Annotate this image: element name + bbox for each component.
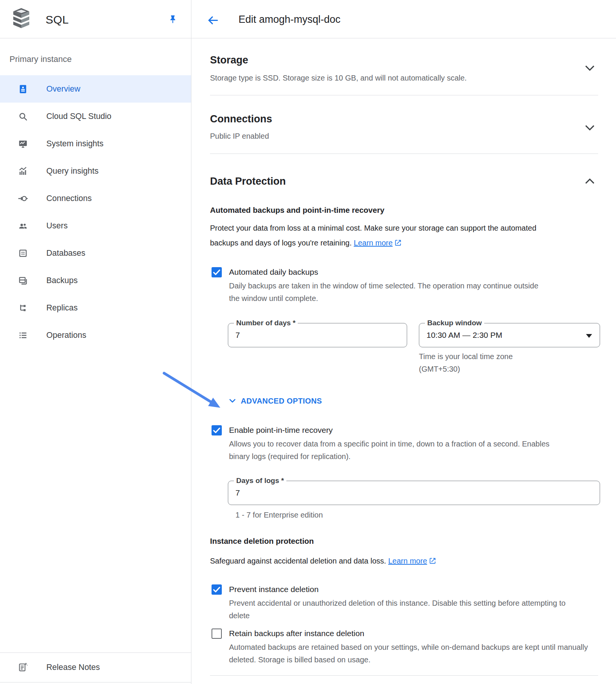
sidebar-item-label: Replicas	[46, 303, 77, 313]
sidebar-item-label: Connections	[46, 194, 92, 203]
retain-backups-label[interactable]: Retain backups after instance deletion	[229, 629, 364, 638]
overview-icon	[17, 84, 28, 94]
sidebar-item-replicas[interactable]: Replicas	[0, 294, 191, 321]
automated-backups-description: Protect your data from loss at a minimal…	[210, 221, 556, 252]
connections-section-description: Public IP enabled	[210, 132, 269, 141]
connection-plug-icon	[17, 193, 28, 204]
checkmark-icon	[212, 430, 222, 437]
learn-more-label: Learn more	[388, 557, 427, 565]
retain-backups-description: Automated backups are retained based on …	[229, 641, 605, 666]
chevron-down-icon	[584, 63, 596, 74]
sidebar-item-overview[interactable]: Overview	[0, 75, 191, 103]
data-protection-section-title: Data Protection	[210, 176, 286, 187]
back-arrow-icon[interactable]	[207, 14, 219, 27]
instance-deletion-description: Safeguard against accidental deletion an…	[210, 554, 590, 570]
sidebar-item-cloud-sql-studio[interactable]: Cloud SQL Studio	[0, 103, 191, 130]
sidebar-item-label: System insights	[46, 139, 104, 149]
point-in-time-recovery-checkbox[interactable]	[212, 425, 222, 435]
advanced-options-button[interactable]: ADVANCED OPTIONS	[228, 396, 322, 405]
number-of-days-field-value: 7	[235, 331, 240, 340]
sidebar-item-release-notes[interactable]: Release Notes	[0, 652, 191, 682]
days-of-logs-helper: 1 - 7 for Enterprise edition	[235, 511, 323, 519]
sidebar-item-connections[interactable]: Connections	[0, 185, 191, 212]
external-link-icon	[394, 237, 402, 252]
storage-expand-button[interactable]	[583, 63, 596, 74]
sidebar-item-label: Cloud SQL Studio	[46, 112, 111, 121]
release-notes-icon	[17, 662, 28, 673]
automated-backups-heading: Automated backups and point-in-time reco…	[210, 206, 384, 215]
sidebar-item-label: Operations	[46, 331, 86, 340]
backup-window-select-value: 10:30 AM — 2:30 PM	[426, 331, 502, 340]
sidebar-item-query-insights[interactable]: Query insights	[0, 157, 191, 185]
connections-section-title: Connections	[210, 113, 272, 125]
sidebar-bottom-divider	[0, 682, 191, 682]
database-grid-icon	[17, 248, 28, 258]
sidebar-item-label: Databases	[46, 249, 85, 258]
section-divider	[210, 95, 598, 95]
backup-window-select-label: Backup window	[425, 319, 484, 327]
sidebar-item-label: Backups	[46, 276, 77, 285]
sidebar-item-operations[interactable]: Operations	[0, 321, 191, 349]
sidebar-item-system-insights[interactable]: System insights	[0, 130, 191, 157]
connections-expand-button[interactable]	[583, 123, 596, 134]
point-in-time-recovery-label[interactable]: Enable point-in-time recovery	[229, 426, 333, 435]
days-of-logs-field[interactable]: Days of logs * 7	[228, 481, 600, 505]
chevron-up-icon	[584, 176, 596, 188]
bottom-divider	[210, 675, 598, 676]
sidebar-item-databases[interactable]: Databases	[0, 239, 191, 267]
days-of-logs-field-label: Days of logs *	[234, 477, 286, 485]
number-of-days-field-label: Number of days *	[234, 319, 298, 327]
sidebar-border	[191, 0, 191, 684]
cloud-sql-logo-icon	[13, 8, 30, 30]
days-of-logs-field-value: 7	[235, 488, 240, 497]
checkmark-icon	[212, 589, 222, 596]
automated-daily-backups-checkbox[interactable]	[212, 267, 222, 277]
prevent-instance-deletion-label[interactable]: Prevent instance deletion	[229, 585, 319, 594]
header-divider	[0, 38, 616, 38]
section-divider	[210, 154, 598, 154]
advanced-options-label: ADVANCED OPTIONS	[241, 397, 322, 405]
sidebar-item-users[interactable]: Users	[0, 212, 191, 239]
learn-more-label: Learn more	[354, 239, 393, 247]
app-title: SQL	[46, 13, 69, 26]
backup-window-select[interactable]: Backup window 10:30 AM — 2:30 PM	[419, 323, 600, 347]
sidebar-item-backups[interactable]: Backups	[0, 267, 191, 294]
replicas-tree-icon	[17, 302, 28, 313]
prevent-instance-deletion-description: Prevent accidental or unauthorized delet…	[229, 597, 575, 622]
retain-backups-checkbox[interactable]	[212, 629, 222, 639]
sidebar-item-label: Query insights	[46, 166, 98, 176]
pin-icon[interactable]	[167, 14, 178, 25]
description-text: Safeguard against accidental deletion an…	[210, 557, 386, 565]
sidebar-item-label: Users	[46, 221, 68, 231]
sidebar-item-label: Overview	[46, 84, 81, 94]
users-icon	[17, 220, 28, 231]
storage-section-description: Storage type is SSD. Storage size is 10 …	[210, 74, 467, 82]
bar-chart-trend-icon	[17, 166, 28, 176]
external-link-icon	[429, 555, 436, 570]
sidebar-section-label: Primary instance	[9, 54, 72, 64]
backups-icon	[17, 275, 28, 286]
backups-learn-more-link[interactable]: Learn more	[354, 239, 402, 247]
chevron-down-icon	[228, 396, 237, 405]
number-of-days-field[interactable]: Number of days * 7	[228, 323, 407, 347]
storage-section-title: Storage	[210, 54, 248, 66]
deletion-learn-more-link[interactable]: Learn more	[388, 557, 436, 565]
sidebar-item-label: Release Notes	[46, 663, 100, 672]
monitor-chart-icon	[17, 138, 28, 149]
data-protection-collapse-button[interactable]	[583, 176, 596, 188]
select-caret-icon	[586, 334, 592, 338]
point-in-time-recovery-description: Allows you to recover data from a specif…	[229, 438, 563, 463]
timezone-note: Time is your local time zone (GMT+5:30)	[419, 350, 529, 375]
prevent-instance-deletion-checkbox[interactable]	[212, 584, 222, 595]
automated-daily-backups-label[interactable]: Automated daily backups	[229, 268, 318, 277]
automated-daily-backups-description: Daily backups are taken in the window of…	[229, 280, 544, 305]
instance-deletion-heading: Instance deletion protection	[210, 537, 314, 546]
checkmark-icon	[212, 272, 222, 279]
list-icon	[17, 330, 28, 340]
chevron-down-icon	[584, 123, 596, 134]
page-title: Edit amogh-mysql-doc	[239, 14, 341, 25]
search-icon	[17, 111, 28, 122]
